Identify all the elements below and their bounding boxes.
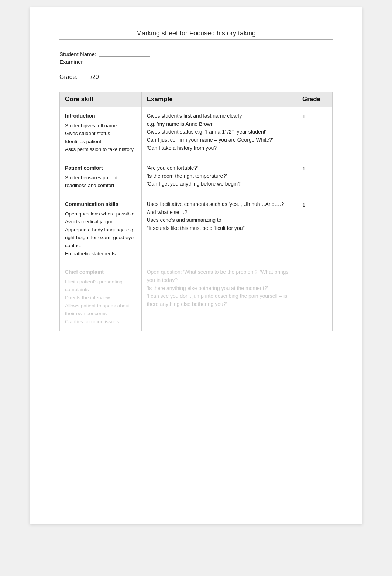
example-cell-3: Open question: 'What seems to be the pro… bbox=[141, 263, 297, 331]
table-row: IntroductionStudent gives full name Give… bbox=[60, 107, 333, 159]
table-row: Chief complaintElicits patient's present… bbox=[60, 263, 333, 331]
grade-label: Grade: bbox=[59, 74, 78, 80]
examiner-row: Examiner bbox=[59, 59, 333, 65]
table-row: Communication skillsOpen questions where… bbox=[60, 195, 333, 263]
grade-cell-3 bbox=[297, 263, 332, 331]
skill-details-3: Elicits patient's presenting complaints … bbox=[65, 278, 136, 326]
grade-row: Grade:____/20 bbox=[59, 74, 333, 80]
col-header-example: Example bbox=[141, 92, 297, 107]
student-name-underline bbox=[99, 52, 150, 57]
example-cell-1: 'Are you comfortable?' 'Is the room the … bbox=[141, 159, 297, 195]
student-name-row: Student Name: bbox=[59, 51, 333, 57]
page: Marking sheet for Focused history taking… bbox=[30, 7, 362, 524]
col-header-skill: Core skill bbox=[60, 92, 142, 107]
marking-table: Core skill Example Grade IntroductionStu… bbox=[59, 92, 333, 331]
skill-cell-2: Communication skillsOpen questions where… bbox=[60, 195, 142, 263]
col-header-grade: Grade bbox=[297, 92, 332, 107]
grade-cell-0: 1 bbox=[297, 107, 332, 159]
grade-value-0: 1 bbox=[302, 113, 305, 120]
skill-title-1: Patient comfort bbox=[65, 164, 136, 172]
skill-cell-1: Patient comfortStudent ensures patient r… bbox=[60, 159, 142, 195]
example-cell-2: Uses facilitative comments such as 'yes.… bbox=[141, 195, 297, 263]
table-header-row: Core skill Example Grade bbox=[60, 92, 333, 107]
page-title: Marking sheet for Focused history taking bbox=[59, 30, 333, 40]
table-row: Patient comfortStudent ensures patient r… bbox=[60, 159, 333, 195]
examiner-label: Examiner bbox=[59, 59, 83, 65]
grade-value-2: 1 bbox=[302, 201, 305, 208]
grade-value: ____/20 bbox=[78, 74, 99, 80]
grade-cell-1: 1 bbox=[297, 159, 332, 195]
student-name-label: Student Name: bbox=[59, 51, 96, 57]
skill-details-2: Open questions where possible Avoids med… bbox=[65, 210, 136, 258]
skill-cell-3: Chief complaintElicits patient's present… bbox=[60, 263, 142, 331]
grade-value-1: 1 bbox=[302, 165, 305, 172]
skill-details-1: Student ensures patient readiness and co… bbox=[65, 174, 136, 190]
skill-cell-0: IntroductionStudent gives full name Give… bbox=[60, 107, 142, 159]
skill-title-3: Chief complaint bbox=[65, 268, 136, 276]
grade-cell-2: 1 bbox=[297, 195, 332, 263]
example-cell-0: Gives student's first and last name clea… bbox=[141, 107, 297, 159]
header-info: Student Name: Examiner bbox=[59, 51, 333, 65]
skill-title-2: Communication skills bbox=[65, 200, 136, 208]
page-title-container: Marking sheet for Focused history taking bbox=[59, 30, 333, 51]
skill-details-0: Student gives full name Gives student st… bbox=[65, 122, 136, 154]
skill-title-0: Introduction bbox=[65, 112, 136, 120]
